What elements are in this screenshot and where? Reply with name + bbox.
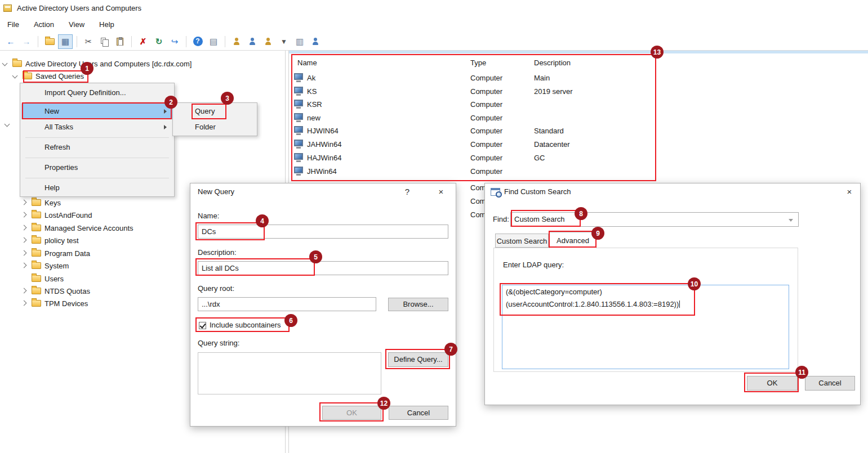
define-query-button[interactable]: Define Query... bbox=[388, 352, 448, 367]
delete-icon[interactable]: ✗ bbox=[136, 34, 150, 49]
tree-item-managed-service-accounts[interactable]: Managed Service Accounts bbox=[21, 222, 133, 234]
chevron-right-icon[interactable] bbox=[21, 237, 28, 244]
add-computer-icon[interactable] bbox=[261, 34, 275, 49]
forward-icon[interactable]: → bbox=[19, 34, 34, 49]
chevron-right-icon[interactable] bbox=[21, 199, 28, 206]
row-type: Computer bbox=[470, 140, 502, 149]
dialog-help-button[interactable]: ? bbox=[400, 183, 415, 200]
tree-item-tpm-devices[interactable]: TPM Devices bbox=[21, 298, 88, 309]
cancel-button[interactable]: Cancel bbox=[389, 406, 448, 420]
tree-item-keys[interactable]: Keys bbox=[21, 197, 61, 208]
menu-action[interactable]: Action bbox=[26, 17, 61, 32]
chevron-right-icon[interactable] bbox=[21, 288, 28, 294]
chevron-right-icon[interactable] bbox=[21, 212, 28, 218]
computer-icon bbox=[294, 87, 303, 93]
window-icon[interactable]: ▥ bbox=[292, 34, 307, 49]
include-subcontainers-checkbox[interactable] bbox=[199, 322, 206, 329]
name-field[interactable]: DCs bbox=[198, 225, 448, 239]
close-icon[interactable]: × bbox=[841, 183, 858, 200]
table-row[interactable]: HAJWin64 Computer GC bbox=[288, 153, 868, 164]
table-row[interactable]: Ak Computer Main bbox=[288, 73, 868, 84]
column-header-type[interactable]: Type bbox=[470, 59, 486, 67]
find-dropdown[interactable]: Custom Search bbox=[510, 212, 799, 227]
add-user-icon[interactable] bbox=[229, 34, 244, 49]
folder-icon bbox=[32, 199, 41, 206]
table-row[interactable]: HJWIN64 Computer Standard bbox=[288, 125, 868, 137]
cut-icon[interactable]: ✂ bbox=[81, 34, 96, 49]
back-icon[interactable]: ← bbox=[3, 34, 18, 49]
tree-item-system[interactable]: System bbox=[21, 260, 69, 271]
annotation-badge-8: 8 bbox=[575, 207, 587, 220]
ldap-query-field[interactable]: (&(objectCategory=computer) (userAccount… bbox=[502, 285, 789, 369]
copy-icon[interactable] bbox=[97, 34, 112, 49]
menu-item-folder[interactable]: Folder bbox=[174, 120, 256, 134]
tab-custom-search[interactable]: Custom Search bbox=[495, 234, 549, 248]
menu-item-properties[interactable]: Properties bbox=[21, 160, 173, 176]
tree-item-ntds-quotas[interactable]: NTDS Quotas bbox=[21, 285, 90, 297]
annotation-badge-4: 4 bbox=[256, 214, 269, 227]
menu-item-import-query-definition[interactable]: Import Query Definition... bbox=[21, 85, 173, 101]
tree-item-label: Saved Queries bbox=[35, 72, 84, 80]
cancel-button[interactable]: Cancel bbox=[805, 376, 855, 391]
menu-item-help[interactable]: Help bbox=[21, 180, 173, 196]
user-glyph bbox=[265, 38, 271, 46]
chevron-down-icon[interactable] bbox=[5, 121, 11, 128]
tree-item-users[interactable]: Users bbox=[21, 273, 64, 284]
menu-separator bbox=[25, 178, 169, 178]
filter-icon[interactable]: ▼ bbox=[277, 34, 291, 49]
tree-item-lostandfound[interactable]: LostAndFound bbox=[21, 209, 92, 221]
show-console-tree-icon[interactable]: ▦ bbox=[58, 34, 73, 49]
browse-button[interactable]: Browse... bbox=[388, 298, 448, 311]
query-root-field[interactable]: ...\rdx bbox=[198, 297, 376, 311]
chevron-right-icon[interactable] bbox=[21, 300, 28, 307]
properties-window-icon[interactable]: ▤ bbox=[206, 34, 221, 49]
tree-item-plolicy-test[interactable]: plolicy test bbox=[21, 235, 79, 246]
find-icon bbox=[491, 188, 500, 196]
tree-root[interactable]: Active Directory Users and Computers [dc… bbox=[2, 58, 192, 69]
paste-glyph bbox=[117, 38, 123, 46]
help-icon[interactable]: ? bbox=[190, 34, 205, 49]
chevron-down-icon[interactable] bbox=[12, 73, 19, 79]
close-icon[interactable]: × bbox=[433, 183, 449, 200]
table-row[interactable]: KSR Computer bbox=[288, 99, 868, 110]
menu-item-all-tasks[interactable]: All Tasks bbox=[21, 119, 173, 135]
folder-icon bbox=[32, 262, 41, 269]
menu-help[interactable]: Help bbox=[92, 17, 122, 32]
add-group-icon[interactable] bbox=[245, 34, 260, 49]
table-row[interactable]: new Computer bbox=[288, 113, 868, 124]
folder-icon bbox=[32, 250, 41, 257]
column-header-description[interactable]: Description bbox=[534, 59, 571, 67]
ok-button[interactable]: OK bbox=[747, 376, 798, 391]
table-row[interactable]: JHWin64 Computer bbox=[288, 166, 868, 177]
refresh-icon[interactable]: ↻ bbox=[152, 34, 166, 49]
chevron-down-icon[interactable] bbox=[2, 60, 9, 67]
query-root-label: Query root: bbox=[198, 284, 234, 293]
annotation-badge-9: 9 bbox=[591, 227, 604, 240]
menu-item-refresh[interactable]: Refresh bbox=[21, 140, 173, 155]
query-string-label: Query string: bbox=[198, 339, 239, 347]
menu-file[interactable]: File bbox=[0, 17, 26, 32]
ok-button[interactable]: OK bbox=[322, 406, 381, 420]
tree-item-label: Program Data bbox=[44, 249, 90, 258]
column-header-name[interactable]: Name bbox=[297, 59, 317, 67]
query-string-field[interactable] bbox=[198, 352, 381, 394]
table-row[interactable]: KS Computer 2019 server bbox=[288, 86, 868, 97]
chevron-right-icon[interactable] bbox=[21, 262, 28, 269]
export-list-icon[interactable]: ↪ bbox=[167, 34, 182, 49]
tree-item-program-data[interactable]: Program Data bbox=[21, 248, 90, 259]
tree-item-saved-queries[interactable]: Saved Queries bbox=[12, 70, 84, 82]
chevron-right-icon[interactable] bbox=[21, 225, 28, 231]
new-submenu: Query Folder bbox=[172, 102, 257, 136]
find-user-icon[interactable] bbox=[308, 34, 323, 49]
tab-advanced[interactable]: Advanced bbox=[549, 232, 597, 248]
menu-item-new[interactable]: New bbox=[21, 104, 173, 119]
paste-icon[interactable] bbox=[113, 34, 127, 49]
up-one-level-icon[interactable] bbox=[42, 34, 57, 49]
folder-icon bbox=[32, 300, 41, 307]
menu-view[interactable]: View bbox=[61, 17, 92, 32]
include-subcontainers-label[interactable]: Include subcontainers bbox=[210, 321, 281, 329]
chevron-right-icon[interactable] bbox=[21, 250, 28, 257]
description-field[interactable]: List all DCs bbox=[198, 261, 448, 275]
table-row[interactable]: JAHWin64 Computer Datacenter bbox=[288, 139, 868, 150]
menu-item-query[interactable]: Query bbox=[174, 104, 256, 119]
